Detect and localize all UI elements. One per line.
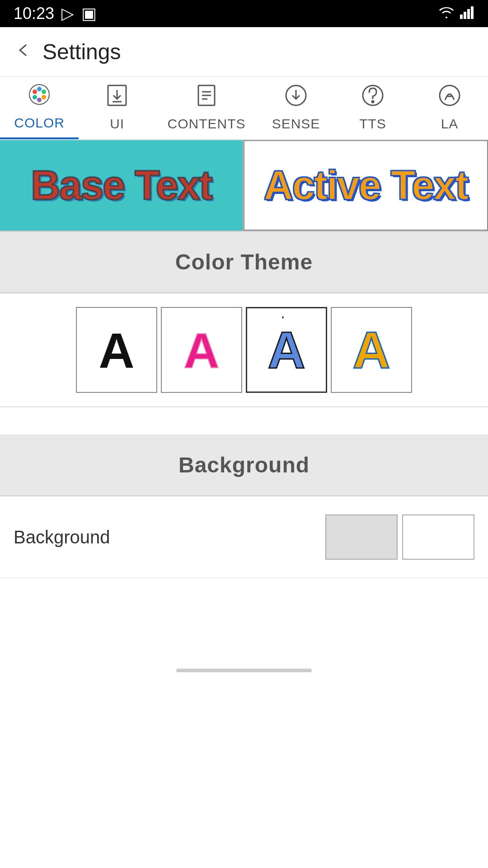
swatch-gray[interactable] [325, 514, 398, 560]
svg-point-7 [42, 90, 46, 94]
la-icon [438, 84, 461, 113]
tab-color-label: COLOR [14, 115, 65, 131]
svg-rect-2 [467, 9, 470, 19]
theme-option-pink[interactable]: A [161, 307, 242, 393]
active-text-preview: Active Text [264, 162, 468, 209]
theme-a-pink-icon: A [183, 321, 219, 379]
theme-a-gold-icon: A [352, 320, 390, 380]
background-swatches [325, 514, 474, 560]
import-icon [105, 84, 129, 113]
tab-la[interactable]: LA [411, 77, 488, 139]
theme-option-gold-blue[interactable]: A [331, 307, 412, 393]
theme-options: A A A A [0, 293, 488, 407]
svg-point-9 [37, 98, 42, 102]
hearing-icon [361, 84, 385, 113]
download-circle-icon [284, 84, 308, 113]
tab-sense[interactable]: SENSE [258, 77, 334, 139]
tab-color[interactable]: COLOR [0, 77, 79, 139]
tab-contents-label: CONTENTS [168, 116, 246, 132]
palette-icon [28, 83, 51, 112]
tab-la-label: LA [441, 116, 459, 132]
signal-icon [460, 4, 474, 23]
document-icon [195, 84, 218, 113]
spacer-1 [0, 407, 488, 434]
bottom-spacer [0, 578, 488, 669]
sim-icon: ▣ [81, 4, 97, 23]
tab-tts[interactable]: TTS [334, 77, 411, 139]
svg-point-6 [37, 87, 42, 91]
preview-area: Base Text Active Text [0, 140, 488, 231]
theme-a-blue-icon: A [267, 320, 305, 380]
top-bar: Settings [0, 27, 488, 77]
base-text-preview: Base Text [31, 162, 212, 209]
preview-base[interactable]: Base Text [0, 140, 244, 231]
background-row-label: Background [14, 527, 110, 547]
play-icon: ▷ [61, 4, 74, 23]
svg-rect-1 [464, 12, 466, 19]
status-bar: 10:23 ▷ ▣ [0, 0, 488, 27]
svg-rect-0 [460, 14, 463, 19]
svg-rect-3 [471, 6, 474, 19]
color-theme-section-header: Color Theme [0, 231, 488, 292]
time-display: 10:23 [14, 4, 54, 23]
tab-ui-label: UI [110, 116, 124, 132]
bottom-indicator [176, 669, 312, 672]
background-section-header: Background [0, 434, 488, 495]
background-section-title: Background [178, 453, 310, 477]
tab-sense-label: SENSE [272, 116, 320, 132]
preview-active[interactable]: Active Text [244, 140, 488, 231]
tab-ui[interactable]: UI [79, 77, 155, 139]
svg-point-21 [372, 101, 374, 103]
svg-marker-24 [282, 316, 284, 318]
color-theme-title: Color Theme [175, 250, 313, 274]
status-bar-left: 10:23 ▷ ▣ [14, 4, 97, 23]
tab-tts-label: TTS [359, 116, 386, 132]
svg-point-8 [42, 95, 46, 99]
tab-bar: COLOR UI CONTENTS [0, 77, 488, 140]
page-title: Settings [42, 39, 121, 64]
wifi-icon [438, 4, 455, 23]
back-button[interactable] [14, 39, 32, 64]
svg-point-10 [33, 95, 37, 99]
background-row: Background [0, 496, 488, 578]
svg-point-5 [33, 90, 37, 94]
tab-contents[interactable]: CONTENTS [155, 77, 258, 139]
theme-a-black-icon: A [99, 321, 134, 379]
theme-option-black[interactable]: A [76, 307, 157, 393]
theme-option-blue-black[interactable]: A [246, 307, 327, 393]
status-bar-right [438, 4, 474, 23]
svg-point-22 [440, 85, 460, 105]
swatch-white[interactable] [402, 514, 474, 560]
